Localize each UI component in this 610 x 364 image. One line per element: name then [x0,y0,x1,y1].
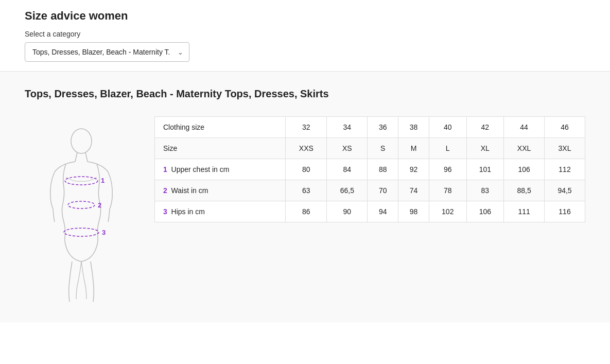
svg-point-3 [65,177,98,185]
svg-text:2: 2 [98,201,101,209]
cell-s: S [368,138,398,159]
content-row: 1 2 3 [25,116,585,302]
cell-uc-88: 88 [368,159,398,180]
category-select-wrapper: Tops, Dresses, Blazer, Beach - Maternity… [25,42,189,62]
cell-w-70: 70 [368,180,398,201]
cell-w-74: 74 [398,180,429,201]
section-title: Tops, Dresses, Blazer, Beach - Maternity… [25,88,585,100]
cell-uc-112: 112 [545,159,585,180]
cell-36: 36 [368,117,398,138]
cell-uc-84: 84 [327,159,368,180]
cell-w-83: 83 [466,180,504,201]
size-table: Clothing size 32 34 36 38 40 42 44 46 [154,116,585,222]
row-label-waist: 2 Waist in cm [155,180,286,201]
cell-h-106: 106 [466,201,504,222]
cell-44: 44 [504,117,545,138]
cell-w-665: 66,5 [327,180,368,201]
cell-l: L [429,138,466,159]
select-category-label: Select a category [25,30,585,38]
svg-point-0 [71,129,92,153]
body-figure-svg: 1 2 3 [30,127,133,302]
figure-area: 1 2 3 [25,116,138,302]
cell-h-86: 86 [286,201,327,222]
cell-xxs: XXS [286,138,327,159]
cell-h-102: 102 [429,201,466,222]
cell-xxl: XXL [504,138,545,159]
measurement-number-2: 2 [163,186,167,195]
cell-46: 46 [545,117,585,138]
cell-40: 40 [429,117,466,138]
cell-3xl: 3XL [545,138,585,159]
category-select[interactable]: Tops, Dresses, Blazer, Beach - Maternity… [25,42,189,62]
row-label-clothing-size: Clothing size [155,117,286,138]
cell-w-885: 88,5 [504,180,545,201]
svg-point-7 [64,228,99,236]
cell-uc-92: 92 [398,159,429,180]
cell-32: 32 [286,117,327,138]
table-row: 3 Hips in cm 86 90 94 98 102 106 111 116 [155,201,585,222]
cell-m: M [398,138,429,159]
cell-xs: XS [327,138,368,159]
cell-xl: XL [466,138,504,159]
cell-w-63: 63 [286,180,327,201]
cell-h-98: 98 [398,201,429,222]
main-section: Tops, Dresses, Blazer, Beach - Maternity… [0,72,610,322]
cell-h-116: 116 [545,201,585,222]
cell-h-90: 90 [327,201,368,222]
cell-w-78: 78 [429,180,466,201]
table-area: Clothing size 32 34 36 38 40 42 44 46 [154,116,585,222]
measurement-number-3: 3 [163,207,167,216]
svg-text:1: 1 [101,177,104,184]
row-label-upper-chest: 1 Upper chest in cm [155,159,286,180]
table-row: Size XXS XS S M L XL XXL 3XL [155,138,585,159]
cell-uc-96: 96 [429,159,466,180]
cell-38: 38 [398,117,429,138]
svg-point-5 [68,201,95,209]
measurement-number-1: 1 [163,165,167,174]
row-label-size: Size [155,138,286,159]
svg-text:3: 3 [102,229,106,236]
cell-w-945: 94,5 [545,180,585,201]
table-row: 2 Waist in cm 63 66,5 70 74 78 83 88,5 9… [155,180,585,201]
cell-uc-80: 80 [286,159,327,180]
cell-uc-106: 106 [504,159,545,180]
table-row: 1 Upper chest in cm 80 84 88 92 96 101 1… [155,159,585,180]
table-row: Clothing size 32 34 36 38 40 42 44 46 [155,117,585,138]
page-title: Size advice women [25,9,585,23]
cell-34: 34 [327,117,368,138]
cell-42: 42 [466,117,504,138]
svg-line-2 [85,152,88,162]
row-label-hips: 3 Hips in cm [155,201,286,222]
svg-line-1 [75,152,77,162]
cell-uc-101: 101 [466,159,504,180]
cell-h-111: 111 [504,201,545,222]
body-figure: 1 2 3 [30,127,133,302]
cell-h-94: 94 [368,201,398,222]
